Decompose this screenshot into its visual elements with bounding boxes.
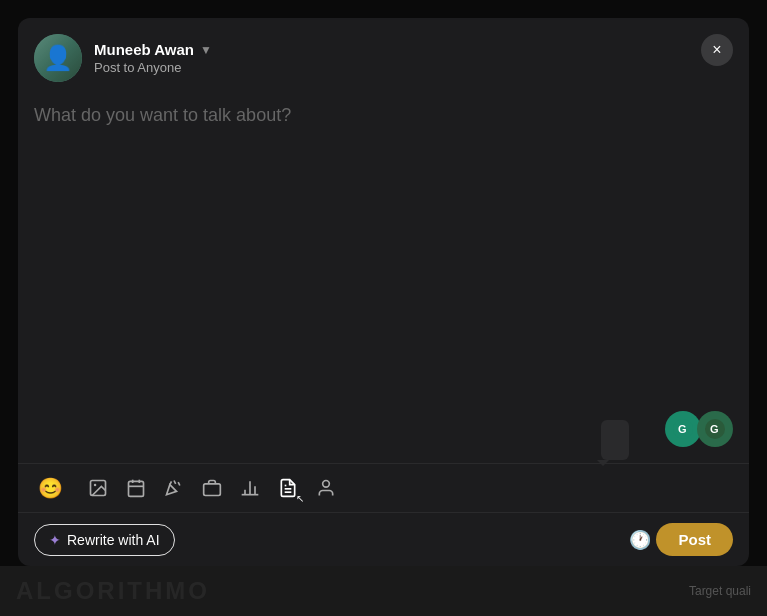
close-icon: × <box>712 41 721 59</box>
dropdown-arrow-icon[interactable]: ▼ <box>200 43 212 57</box>
profile-icon <box>316 478 336 498</box>
modal-body[interactable]: What do you want to talk about? G G <box>18 94 749 463</box>
calendar-icon <box>126 478 146 498</box>
emoji-button[interactable]: 😊 <box>34 472 66 504</box>
close-button[interactable]: × <box>701 34 733 66</box>
user-info: Muneeb Awan ▼ Post to Anyone <box>94 41 733 75</box>
rewrite-ai-label: Rewrite with AI <box>67 532 160 548</box>
briefcase-icon <box>202 478 222 498</box>
document-icon <box>278 478 298 498</box>
image-icon-button[interactable] <box>82 472 114 504</box>
emoji-icon: 😊 <box>38 476 63 500</box>
svg-line-12 <box>178 482 180 485</box>
profile-icon-button[interactable] <box>310 472 342 504</box>
avatar-image: 👤 <box>34 34 82 82</box>
grammarly-second-icon: G <box>697 411 733 447</box>
target-quality-label: Target quali <box>689 584 751 598</box>
avatar: 👤 <box>34 34 82 82</box>
schedule-button[interactable]: 🕐 <box>624 524 656 556</box>
add-document-tooltip <box>601 420 629 460</box>
bottom-text: ALGORITHMO <box>16 577 210 605</box>
calendar-icon-button[interactable] <box>120 472 152 504</box>
sparkle-icon: ✦ <box>49 532 61 548</box>
celebrate-icon <box>164 478 184 498</box>
celebrate-icon-button[interactable] <box>158 472 190 504</box>
image-icon <box>88 478 108 498</box>
user-name-text: Muneeb Awan <box>94 41 194 58</box>
modal-actions: ✦ Rewrite with AI 🕐 Post <box>18 512 749 566</box>
grammarly-badge[interactable]: G G <box>665 411 733 447</box>
create-post-modal: 👤 Muneeb Awan ▼ Post to Anyone × What do… <box>18 18 749 566</box>
svg-text:G: G <box>678 423 687 435</box>
post-button[interactable]: Post <box>656 523 733 556</box>
svg-line-11 <box>174 481 176 484</box>
chart-icon-button[interactable] <box>234 472 266 504</box>
modal-toolbar: 😊 <box>18 463 749 512</box>
svg-point-21 <box>323 481 330 488</box>
svg-rect-13 <box>204 484 221 496</box>
svg-rect-6 <box>129 481 144 496</box>
bottom-bar: ALGORITHMO Target quali <box>0 566 767 616</box>
grammarly-first-icon: G <box>665 411 701 447</box>
modal-header: 👤 Muneeb Awan ▼ Post to Anyone × <box>18 18 749 94</box>
svg-point-5 <box>94 484 97 487</box>
document-icon-button[interactable]: ↖ <box>272 472 304 504</box>
post-placeholder-text: What do you want to talk about? <box>34 102 733 129</box>
chart-icon <box>240 478 260 498</box>
briefcase-icon-button[interactable] <box>196 472 228 504</box>
user-name-row: Muneeb Awan ▼ <box>94 41 733 58</box>
rewrite-ai-button[interactable]: ✦ Rewrite with AI <box>34 524 175 556</box>
toolbar-icon-group: ↖ <box>82 472 733 504</box>
post-to-label: Post to Anyone <box>94 60 733 75</box>
schedule-icon: 🕐 <box>629 529 651 551</box>
svg-line-10 <box>170 481 172 484</box>
svg-text:G: G <box>710 423 719 435</box>
